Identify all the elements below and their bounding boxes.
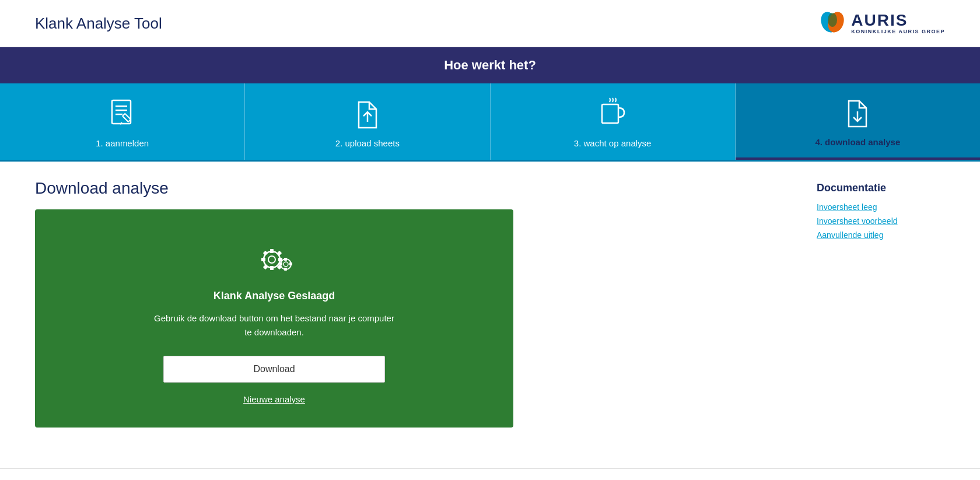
page-title: Download analyse bbox=[35, 179, 788, 198]
step-3-label: 3. wacht op analyse bbox=[574, 138, 652, 148]
card-description: Gebruik de download button om het bestan… bbox=[152, 311, 397, 339]
upload-icon bbox=[350, 97, 385, 132]
step-2-label: 2. upload sheets bbox=[335, 138, 400, 148]
svg-rect-16 bbox=[270, 266, 274, 270]
content-left: Download analyse bbox=[35, 179, 788, 428]
svg-rect-25 bbox=[284, 258, 287, 261]
wait-icon bbox=[595, 97, 630, 132]
sidebar-link-invoersheet-leeg[interactable]: Invoersheet leeg bbox=[817, 202, 945, 212]
svg-rect-19 bbox=[263, 251, 268, 255]
svg-rect-17 bbox=[261, 258, 265, 261]
card-title: Klank Analyse Geslaagd bbox=[214, 290, 335, 302]
footer-line bbox=[0, 468, 980, 469]
step-1-label: 1. aanmelden bbox=[96, 138, 149, 148]
svg-rect-26 bbox=[284, 268, 287, 271]
svg-rect-28 bbox=[289, 262, 292, 265]
app-title: Klank Analyse Tool bbox=[35, 15, 162, 33]
step-1[interactable]: 1. aanmelden bbox=[0, 83, 245, 160]
svg-point-14 bbox=[268, 256, 275, 263]
step-2[interactable]: 2. upload sheets bbox=[245, 83, 490, 160]
main-content: Download analyse bbox=[0, 162, 980, 445]
sidebar-link-invoersheet-voorbeeld[interactable]: Invoersheet voorbeeld bbox=[817, 216, 945, 226]
step-4[interactable]: 4. download analyse bbox=[736, 83, 980, 160]
logo-name: AURIS bbox=[851, 12, 908, 29]
logo-subtitle: KONINKLIJKE AURIS GROEP bbox=[851, 29, 945, 34]
step-4-label: 4. download analyse bbox=[815, 137, 900, 147]
gears-icon bbox=[251, 239, 298, 279]
steps-row: 1. aanmelden 2. upload sheets 3. wacht o… bbox=[0, 83, 980, 162]
sidebar-title: Documentatie bbox=[817, 182, 945, 194]
logo-text: AURIS KONINKLIJKE AURIS GROEP bbox=[851, 12, 945, 34]
svg-point-2 bbox=[828, 13, 837, 27]
svg-rect-10 bbox=[602, 104, 618, 123]
new-analysis-link[interactable]: Nieuwe analyse bbox=[243, 394, 305, 404]
how-it-works-label: Hoe werkt het? bbox=[444, 58, 536, 72]
how-it-works-banner: Hoe werkt het? bbox=[0, 47, 980, 83]
svg-rect-3 bbox=[112, 100, 131, 124]
green-card: Klank Analyse Geslaagd Gebruik de downlo… bbox=[35, 209, 513, 428]
svg-rect-27 bbox=[279, 262, 282, 265]
download-doc-icon bbox=[840, 96, 875, 131]
logo-container: AURIS KONINKLIJKE AURIS GROEP bbox=[820, 10, 945, 36]
auris-logo-icon bbox=[820, 10, 845, 36]
sidebar-link-aanvullende-uitleg[interactable]: Aanvullende uitleg bbox=[817, 230, 945, 240]
svg-rect-7 bbox=[123, 114, 131, 122]
svg-rect-15 bbox=[270, 249, 274, 253]
header: Klank Analyse Tool AURIS KONINKLIJKE AUR… bbox=[0, 0, 980, 47]
step-3[interactable]: 3. wacht op analyse bbox=[491, 83, 736, 160]
svg-point-24 bbox=[284, 262, 288, 267]
register-icon bbox=[105, 97, 140, 132]
sidebar: Documentatie Invoersheet leeg Invoershee… bbox=[817, 179, 945, 244]
download-button[interactable]: Download bbox=[163, 356, 385, 383]
